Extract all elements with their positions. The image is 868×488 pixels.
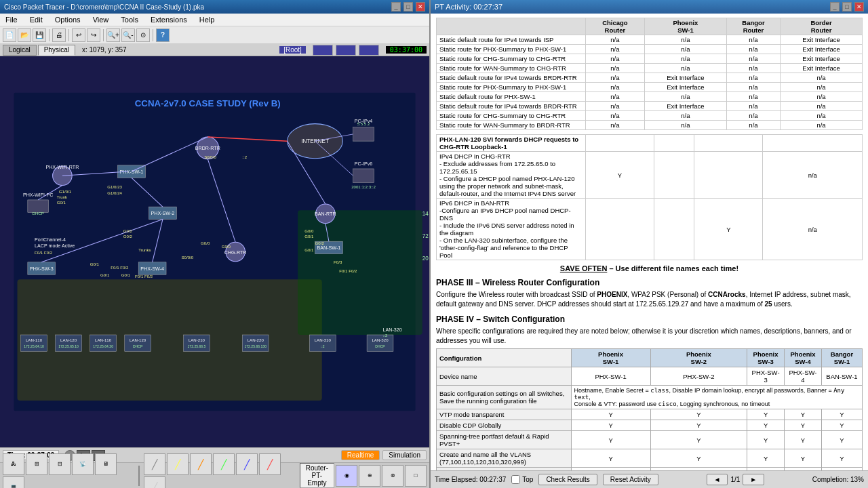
close-btn[interactable]: ✕: [416, 2, 425, 12]
reset-activity-btn[interactable]: Reset Activity: [603, 474, 658, 485]
route-cell-4-0: Static default route for IPv4 towards BR…: [437, 73, 586, 83]
svg-text:G0/1: G0/1: [90, 262, 100, 266]
route-cell-8-2: n/a: [644, 111, 726, 121]
ipv4-dhcp-label: IPv4 DHCP in CHG-RTR - Exclude addresses…: [437, 152, 586, 199]
zoom-in-btn[interactable]: 🔍+: [106, 28, 120, 42]
undo-btn[interactable]: ↩: [72, 28, 85, 42]
activity-maximize-btn[interactable]: □: [842, 2, 852, 12]
network-canvas-area[interactable]: CCNA-2v7.0 CASE STUDY (Rev B) INTERNET P…: [0, 56, 429, 447]
menu-extensions[interactable]: Extensions: [148, 15, 190, 24]
activity-title: PT Activity: 00:27:37: [435, 3, 502, 11]
config-col-config: Configuration: [437, 349, 572, 367]
route-cell-9-1: n/a: [585, 121, 644, 130]
config-row-stp: Spanning-tree portfast default & Rapid P…: [437, 431, 863, 449]
dev-pc[interactable]: 💻: [3, 476, 24, 489]
prev-page-btn[interactable]: ◄: [707, 474, 728, 485]
nav-btn3[interactable]: [359, 45, 379, 56]
mode-select4[interactable]: □: [405, 465, 427, 487]
svg-text:DHCP: DHCP: [375, 344, 385, 348]
dev-switch[interactable]: ⊞: [26, 453, 47, 475]
svg-text:LAN-320: LAN-320: [372, 338, 389, 342]
cable3[interactable]: ╱: [190, 453, 212, 475]
open-btn[interactable]: 📂: [18, 28, 31, 42]
physical-tab[interactable]: Physical: [38, 45, 75, 56]
nav-btn1[interactable]: [313, 45, 333, 56]
mode-select1[interactable]: ◉: [336, 465, 357, 487]
help-btn[interactable]: ?: [156, 28, 170, 42]
cable6[interactable]: ╱: [259, 453, 281, 475]
svg-text:DHCP: DHCP: [133, 344, 143, 348]
route-cell-8-3: n/a: [726, 111, 780, 121]
dev-wireless[interactable]: 📡: [72, 453, 94, 475]
zoom-out-btn[interactable]: 🔍-: [121, 28, 135, 42]
route-row-0: Static default route for IPv4 towards IS…: [437, 35, 863, 45]
route-cell-6-2: n/a: [644, 92, 726, 102]
new-btn[interactable]: 📄: [3, 28, 16, 42]
route-row-5: Static route for PHX-Summary to PHX-SW-1…: [437, 83, 863, 92]
minimize-btn[interactable]: _: [391, 2, 401, 12]
route-cell-1-0: Static route for PHX-Summary to PHX-SW-1: [437, 45, 586, 54]
save-btn[interactable]: 💾: [33, 28, 46, 42]
dhcp-label: PHX-LAN-120 SVI forwards DHCP requests t…: [437, 135, 586, 152]
menu-options[interactable]: Options: [52, 15, 83, 24]
menu-edit[interactable]: Edit: [27, 15, 45, 24]
activity-close-btn[interactable]: ✕: [854, 2, 864, 12]
top-checkbox[interactable]: [511, 475, 520, 484]
dev-router[interactable]: 🖧: [3, 453, 24, 475]
svg-text:20: 20: [422, 256, 429, 262]
route-row-1: Static route for PHX-Summary to PHX-SW-1…: [437, 45, 863, 54]
mode-select2[interactable]: ⊕: [359, 465, 380, 487]
svg-text:F0/1 F0/2: F0/1 F0/2: [135, 274, 153, 279]
activity-content[interactable]: ChicagoRouter PhoenixSW-1 BangorRouter B…: [431, 14, 868, 470]
activity-title-bar: PT Activity: 00:27:37 _ □ ✕: [431, 0, 868, 14]
pt-window-controls[interactable]: _ □ ✕: [391, 2, 425, 12]
svg-text:F0/3: F0/3: [334, 260, 342, 264]
restore-btn[interactable]: □: [403, 2, 413, 12]
dev-hub[interactable]: ⊟: [49, 453, 71, 475]
route-cell-4-3: n/a: [726, 73, 780, 83]
toolbar-sep1: [49, 29, 50, 41]
cable5[interactable]: ╱: [236, 453, 258, 475]
config-col-ban: BangorSW-1: [821, 349, 862, 367]
redo-btn[interactable]: ↪: [87, 28, 100, 42]
completion-text: Completion: 13%: [812, 476, 864, 483]
svg-text:172.25.64.10: 172.25.64.10: [24, 344, 44, 348]
top-checkbox-label[interactable]: Top: [511, 475, 533, 484]
activity-minimize-btn[interactable]: _: [830, 2, 840, 12]
menu-help[interactable]: Help: [197, 15, 218, 24]
dev-server[interactable]: 🖥: [95, 453, 117, 475]
time-elapsed-label: Time Elapsed: 00:27:37: [435, 476, 506, 483]
route-cell-2-1: n/a: [585, 54, 644, 64]
cable1[interactable]: ╱: [144, 453, 165, 475]
menu-tools[interactable]: Tools: [118, 15, 141, 24]
logical-tab[interactable]: Logical: [3, 45, 37, 56]
route-cell-9-0: Static route for WAN-Summary to BRDR-RTR: [437, 121, 586, 130]
dev-ban: BAN-SW-1: [821, 367, 862, 386]
next-page-btn[interactable]: ►: [743, 474, 764, 485]
device-name-label: Device name: [437, 367, 572, 386]
svg-text:PHX-WIFI-RTR: PHX-WIFI-RTR: [45, 165, 79, 170]
zoom-reset-btn[interactable]: ⊙: [136, 28, 150, 42]
simulation-btn[interactable]: Simulation: [382, 450, 427, 460]
pt-title-bar: Cisco Packet Tracer - D:\cromero\tmp\CCN…: [0, 0, 429, 14]
cable4[interactable]: ╱: [213, 453, 235, 475]
activity-window-controls[interactable]: _ □ ✕: [830, 2, 864, 12]
nav-btn2[interactable]: [336, 45, 356, 56]
svg-text:LAN-320: LAN-320: [383, 327, 402, 333]
menu-file[interactable]: File: [3, 15, 20, 24]
menu-view[interactable]: View: [90, 15, 112, 24]
svg-text:G0/1: G0/1: [304, 234, 314, 239]
realtime-btn[interactable]: Realtime: [341, 450, 380, 460]
config-col-sw1: PhoenixSW-1: [571, 349, 650, 367]
check-results-btn[interactable]: Check Results: [538, 474, 597, 485]
svg-text:G1/0/1: G1/0/1: [59, 189, 72, 194]
svg-text:LAN-210: LAN-210: [189, 338, 205, 342]
mode-select3[interactable]: ⊗: [382, 465, 403, 487]
print-btn[interactable]: 🖨: [52, 28, 66, 42]
cable7[interactable]: ╱: [144, 476, 165, 489]
route-cell-9-4: n/a: [781, 121, 863, 130]
route-cell-7-0: Static default route for IPv4 towards BR…: [437, 102, 586, 111]
cable2[interactable]: ╱: [167, 453, 189, 475]
svg-rect-2: [298, 210, 422, 335]
vtp-label: VTP mode transparent: [437, 409, 572, 420]
